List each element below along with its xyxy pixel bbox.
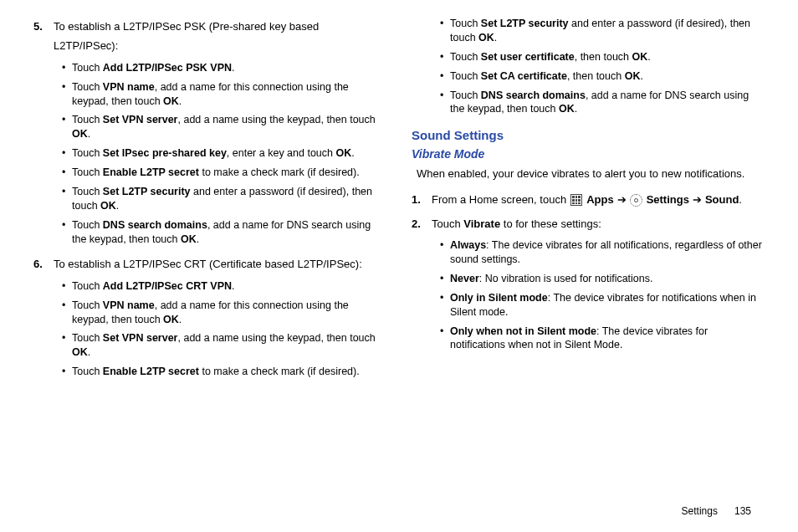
apps-icon [570,193,583,207]
step-6: 6. To establish a L2TP/IPSec CRT (Certif… [33,254,386,384]
list-item: •Touch Set user certificate, then touch … [440,50,765,64]
left-column: 5. To establish a L2TP/IPSec PSK (Pre-sh… [33,17,386,387]
list-item: •Touch Set VPN server, add a name using … [62,113,386,141]
bullet-mark: • [62,146,72,161]
list-item: •Touch VPN name, add a name for this con… [62,80,386,109]
bullet-text: Touch VPN name, add a name for this conn… [72,299,386,327]
bullet-list: •Always: The device vibrates for all not… [432,238,765,352]
bullet-text: Touch Set VPN server, add a name using t… [72,113,386,141]
bullet-text: Touch Add L2TP/IPSec CRT VPN. [72,279,386,294]
list-item: •Only when not in Silent mode: The devic… [440,325,765,353]
bullet-text: Only in Silent mode: The device vibrates… [450,291,765,320]
bullet-mark: • [440,272,450,286]
footer-section: Settings [682,505,718,517]
footer-page-number: 135 [734,505,751,517]
apps-label: Apps [586,190,614,211]
bullet-mark: • [440,89,450,117]
bullet-text: Touch Set L2TP security and enter a pass… [72,185,386,213]
bullet-mark: • [62,365,72,379]
step-5: 5. To establish a L2TP/IPSec PSK (Pre-sh… [33,17,386,251]
list-item: •Touch Add L2TP/IPSec CRT VPN. [62,279,386,294]
bullet-mark: • [62,331,72,360]
bullet-text: Touch Set VPN server, add a name using t… [72,331,386,360]
list-item: •Touch Set L2TP security and enter a pas… [62,185,386,213]
list-item: •Touch Set IPsec pre-shared key, enter a… [62,146,386,161]
bullet-mark: • [440,69,450,84]
bullet-mark: • [62,80,72,109]
list-item: •Never: No vibration is used for notific… [440,272,765,286]
bullet-mark: • [440,325,450,353]
step-number: 2. [412,214,432,358]
settings-icon [630,193,643,207]
arrow-icon: ➔ [693,190,702,211]
bullet-mark: • [62,113,72,141]
page-footer: Settings 135 [682,505,751,517]
bullet-list: •Touch Set L2TP security and enter a pas… [412,17,765,121]
list-item: •Touch Enable L2TP secret to make a chec… [62,365,386,379]
bullet-text: Touch Enable L2TP secret to make a check… [72,166,386,180]
step-intro: To establish a L2TP/IPSec CRT (Certifica… [54,254,386,274]
bullet-mark: • [62,279,72,294]
heading-vibrate-mode: Vibrate Mode [412,147,765,161]
step-1: 1. From a Home screen, touch Apps ➔ Sett… [412,190,765,211]
right-column: •Touch Set L2TP security and enter a pas… [412,17,765,387]
list-item: •Touch VPN name, add a name for this con… [62,299,386,327]
bullet-mark: • [62,218,72,247]
sound-label: Sound [705,193,739,206]
bullet-text: Touch Set L2TP security and enter a pass… [450,17,765,45]
bullet-mark: • [62,299,72,327]
bullet-text: Only when not in Silent mode: The device… [450,325,765,353]
bullet-list: •Touch Add L2TP/IPSec CRT VPN.•Touch VPN… [54,279,386,379]
bullet-text: Touch Set CA certificate, then touch OK. [450,69,765,84]
bullet-text: Touch Enable L2TP secret to make a check… [72,365,386,379]
intro-paragraph: When enabled, your device vibrates to al… [412,166,765,183]
step-number: 1. [412,190,432,211]
settings-label: Settings [647,190,689,211]
list-item: •Touch DNS search domains, add a name fo… [440,89,765,117]
bullet-text: Touch Add L2TP/IPSec PSK VPN. [72,61,386,75]
page-content: 5. To establish a L2TP/IPSec PSK (Pre-sh… [0,0,798,396]
bullet-text: Touch Set user certificate, then touch O… [450,50,765,64]
step-number: 5. [33,17,54,251]
bullet-mark: • [440,50,450,64]
bullet-text: Touch VPN name, add a name for this conn… [72,80,386,109]
bullet-text: Touch Set IPsec pre-shared key, enter a … [72,146,386,161]
bullet-mark: • [440,291,450,320]
list-item: •Touch Set CA certificate, then touch OK… [440,69,765,84]
bullet-mark: • [440,238,450,267]
step-2: 2. Touch Vibrate to for these settings: … [412,214,765,358]
vibrate-label: Vibrate [463,217,500,230]
list-item: •Touch Add L2TP/IPSec PSK VPN. [62,61,386,75]
text: . [739,193,742,206]
bullet-mark: • [62,185,72,213]
text: Touch [432,217,463,230]
bullet-text: Touch DNS search domains, add a name for… [450,89,765,117]
list-item: •Only in Silent mode: The device vibrate… [440,291,765,320]
step-intro: To establish a L2TP/IPSec PSK (Pre-share… [54,17,386,56]
text: to for these settings: [500,217,601,230]
arrow-icon: ➔ [617,190,627,211]
list-item: •Touch DNS search domains, add a name fo… [62,218,386,247]
bullet-list: •Touch Add L2TP/IPSec PSK VPN.•Touch VPN… [54,61,386,247]
list-item: •Touch Enable L2TP secret to make a chec… [62,166,386,180]
bullet-mark: • [440,17,450,45]
list-item: •Touch Set L2TP security and enter a pas… [440,17,765,45]
step-number: 6. [33,254,54,384]
bullet-text: Never: No vibration is used for notifica… [450,272,765,286]
bullet-text: Always: The device vibrates for all noti… [450,238,765,267]
list-item: •Touch Set VPN server, add a name using … [62,331,386,360]
bullet-mark: • [62,61,72,75]
heading-sound-settings: Sound Settings [412,128,765,142]
bullet-mark: • [62,166,72,180]
bullet-text: Touch DNS search domains, add a name for… [72,218,386,247]
text: From a Home screen, touch [432,190,566,211]
list-item: •Always: The device vibrates for all not… [440,238,765,267]
